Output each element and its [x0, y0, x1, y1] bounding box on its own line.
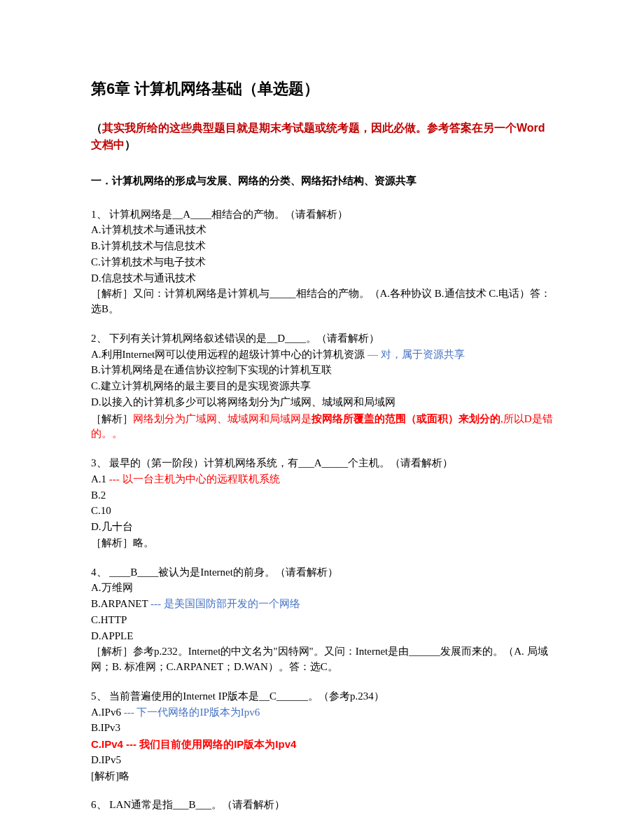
q2-option-c: C.建立计算机网络的最主要目的是实现资源共享	[91, 379, 553, 394]
q3-option-a: A.1 --- 以一台主机为中心的远程联机系统	[91, 472, 553, 487]
q2-a-text: A.利用Internet网可以使用远程的超级计算中心的计算机资源	[91, 349, 365, 360]
q1-analysis: ［解析］又问：计算机网络是计算机与_____相结合的产物。（A.各种协议 B.通…	[91, 286, 553, 317]
q4-analysis: ［解析］参考p.232。Internet的中文名为"因特网"。又问：Intern…	[91, 644, 553, 675]
note-paren-open: （	[91, 122, 102, 134]
note-paren-close: ）	[125, 139, 136, 151]
q3-analysis: ［解析］略。	[91, 536, 553, 551]
q1-option-c: C.计算机技术与电子技术	[91, 255, 553, 270]
q3-option-b: B.2	[91, 488, 553, 503]
q5-option-c: C.IPv4 --- 我们目前使用网络的IP版本为Ipv4	[91, 737, 553, 752]
q5-c-note: --- 我们目前使用网络的IP版本为Ipv4	[123, 738, 297, 750]
q2-analysis-prefix: ［解析］	[91, 413, 133, 424]
q5-analysis: [解析]略	[91, 769, 553, 784]
question-4: 4、 ____B____被认为是Internet的前身。（请看解析） A.万维网…	[91, 565, 553, 675]
q4-b-note: --- 是美国国防部开发的一个网络	[148, 598, 300, 609]
q4-option-c: C.HTTP	[91, 613, 553, 628]
q2-option-d: D.以接入的计算机多少可以将网络划分为广域网、城域网和局域网	[91, 395, 553, 410]
intro-note: （其实我所给的这些典型题目就是期末考试题或统考题，因此必做。参考答案在另一个Wo…	[91, 120, 553, 153]
q5-prompt: 5、 当前普遍使用的Internet IP版本是__C______。（参考p.2…	[91, 689, 553, 704]
section-heading: 一．计算机网络的形成与发展、网络的分类、网络拓扑结构、资源共享	[91, 173, 553, 189]
q2-option-a: A.利用Internet网可以使用远程的超级计算中心的计算机资源 — 对，属于资…	[91, 347, 553, 363]
q5-option-b: B.IPv3	[91, 721, 553, 736]
q3-option-c: C.10	[91, 503, 553, 519]
q5-c-text: C.IPv4	[91, 738, 123, 750]
q4-b-text: B.ARPANET	[91, 598, 148, 609]
q3-a-note: --- 以一台主机为中心的远程联机系统	[106, 473, 280, 485]
q3-a-text: A.1	[91, 473, 106, 485]
q4-prompt: 4、 ____B____被认为是Internet的前身。（请看解析）	[91, 565, 553, 581]
q5-a-note: --- 下一代网络的IP版本为Ipv6	[121, 707, 260, 718]
question-2: 2、 下列有关计算机网络叙述错误的是__D____。（请看解析） A.利用Int…	[91, 331, 553, 442]
q4-option-d: D.APPLE	[91, 629, 553, 644]
q2-analysis: ［解析］网络划分为广域网、城域网和局域网是按网络所覆盖的范围（或面积）来划分的,…	[91, 411, 553, 443]
q1-option-d: D.信息技术与通讯技术	[91, 271, 553, 286]
question-3: 3、 最早的（第一阶段）计算机网络系统，有___A_____个主机。（请看解析）…	[91, 456, 553, 551]
q2-analysis-red-bold: 按网络所覆盖的范围（或面积）来划分的	[312, 412, 500, 424]
q6-prompt: 6、 LAN通常是指___B___。（请看解析）	[91, 798, 553, 813]
q4-option-b: B.ARPANET --- 是美国国防部开发的一个网络	[91, 597, 553, 612]
q2-analysis-red1: 网络划分为广域网、城域网和局域网是	[133, 413, 312, 424]
q2-prompt: 2、 下列有关计算机网络叙述错误的是__D____。（请看解析）	[91, 331, 553, 347]
q1-prompt: 1、 计算机网络是__A____相结合的产物。（请看解析）	[91, 207, 553, 223]
q1-option-b: B.计算机技术与信息技术	[91, 239, 553, 254]
q4-option-a: A.万维网	[91, 581, 553, 596]
q2-a-note: — 对，属于资源共享	[365, 349, 465, 360]
q3-prompt: 3、 最早的（第一阶段）计算机网络系统，有___A_____个主机。（请看解析）	[91, 456, 553, 471]
q2-option-b: B.计算机网络是在通信协议控制下实现的计算机互联	[91, 363, 553, 378]
question-5: 5、 当前普遍使用的Internet IP版本是__C______。（参考p.2…	[91, 689, 553, 784]
q5-option-a: A.IPv6 --- 下一代网络的IP版本为Ipv6	[91, 705, 553, 721]
q5-a-text: A.IPv6	[91, 707, 121, 718]
note-red-text: 其实我所给的这些典型题目就是期末考试题或统考题，因此必做。参考答案在另一个Wor…	[91, 122, 545, 151]
page-title: 第6章 计算机网络基础（单选题）	[91, 77, 553, 100]
question-1: 1、 计算机网络是__A____相结合的产物。（请看解析） A.计算机技术与通讯…	[91, 207, 553, 317]
question-6: 6、 LAN通常是指___B___。（请看解析）	[91, 798, 553, 813]
q1-option-a: A.计算机技术与通讯技术	[91, 223, 553, 238]
q5-option-d: D.IPv5	[91, 753, 553, 768]
q3-option-d: D.几十台	[91, 520, 553, 535]
